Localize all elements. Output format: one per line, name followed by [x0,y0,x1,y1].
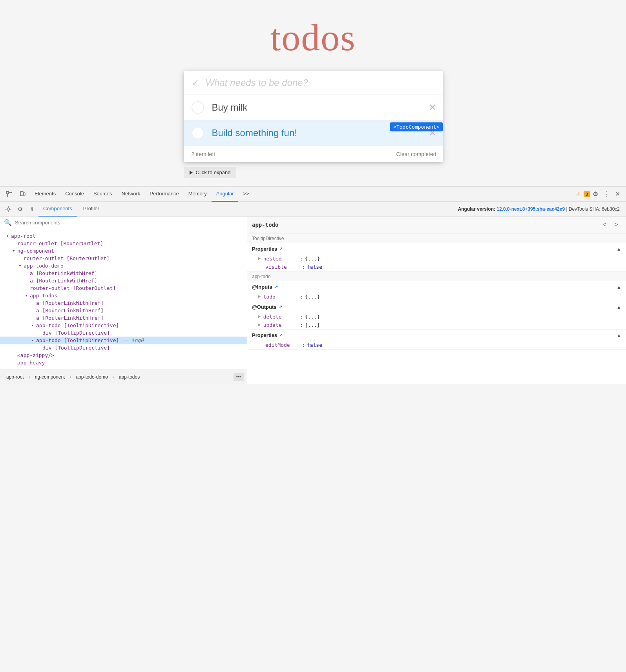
tab-network[interactable]: Network [117,187,145,202]
tab-angular[interactable]: Angular [212,187,239,202]
properties-collapse-icon[interactable]: ▲ [617,246,621,252]
app-todo-properties-header[interactable]: Properties ↗ ▲ [247,330,626,341]
delete-expand-arrow[interactable]: ▶ [258,314,261,319]
app-todo-properties-ext-link-icon[interactable]: ↗ [279,333,283,338]
devtools-tabs-bar: Elements Console Sources Network Perform… [0,187,626,202]
tree-item-div-tooltip-1[interactable]: div [TooltipDirective] [0,329,247,337]
tree-item-div-tooltip-2[interactable]: div [TooltipDirective] [0,344,247,351]
outputs-collapse-icon[interactable]: ▲ [617,304,621,310]
properties-ext-link-icon[interactable]: ↗ [279,246,283,251]
breadcrumb-app-todos[interactable]: app-todos [116,373,143,381]
nested-expand-arrow[interactable]: ▶ [258,256,261,261]
todo-checkbox-1[interactable] [192,101,204,114]
inputs-collapse-icon[interactable]: ▲ [617,284,621,290]
props-row-visible: visible : false [247,263,626,271]
tooltip-properties-title: Properties ↗ [252,246,283,252]
tree-item-a-link-todos-3[interactable]: a [RouterLinkWithHref] [0,314,247,322]
outputs-header[interactable]: @Outputs ↗ ▲ [247,301,626,313]
breadcrumb-app-root[interactable]: app-root [3,373,27,381]
breadcrumb-more-button[interactable]: ••• [234,373,244,381]
tree-item-router-outlet-1[interactable]: router-outlet [RouterOutlet] [0,240,247,247]
inspect-element-icon[interactable] [3,188,15,200]
app-todo-properties-title: Properties ↗ [252,332,283,338]
close-devtools-icon[interactable]: ✕ [612,189,623,200]
tree-toggle-todos[interactable] [24,293,29,299]
search-icon: 🔍 [4,219,12,226]
bottom-breadcrumb: app-root › ng-component › app-todo-demo … [0,370,247,384]
tree-item-app-todo-demo[interactable]: app-todo-demo [0,262,247,270]
todo-checkbox-2[interactable] [192,127,204,139]
tree-item-router-outlet-2[interactable]: router-outlet [RouterOutlet] [0,255,247,262]
todo-expand-arrow[interactable]: ▶ [258,294,261,299]
props-component-name: app-todo [252,222,278,228]
search-input[interactable] [15,220,243,226]
toggle-all-icon[interactable]: ✓ [192,77,199,88]
tree-toggle-todo-1[interactable] [30,323,35,328]
inputs-header[interactable]: @Inputs ↗ ▲ [247,281,626,293]
inspect-component-icon[interactable] [3,204,13,214]
expand-button-label: Click to expand [196,169,231,175]
more-options-icon[interactable]: ⋮ [601,189,612,200]
props-panel: app-todo < > TooltipDirective Properties… [247,217,626,384]
sub-tab-profiler[interactable]: Profiler [78,202,104,217]
tree-item-app-zippy[interactable]: <app-zippy/> [0,351,247,359]
todo-item-highlighted: Build something fun! ✕ <TodoComponent> [184,120,443,146]
settings-angular-icon[interactable]: ⚙ [15,204,25,214]
angular-version: 12.0.0-next.8+395.sha-eac42e9 [496,206,565,212]
breadcrumb-app-todo-demo[interactable]: app-todo-demo [73,373,111,381]
outputs-ext-link-icon[interactable]: ↗ [279,304,282,310]
app-todo-properties-section: Properties ↗ ▲ editMode : false [247,330,626,350]
tree-item-app-todo-2[interactable]: app-todo [TooltipDirective] == $ng0 [0,337,247,344]
angular-version-info: Angular version: 12.0.0-next.8+395.sha-e… [458,206,623,212]
tree-item-a-link-todos-2[interactable]: a [RouterLinkWithHref] [0,307,247,314]
tab-more[interactable]: >> [238,187,254,202]
inputs-section: @Inputs ↗ ▲ ▶ todo : {...} [247,281,626,301]
tab-elements[interactable]: Elements [30,187,60,202]
expand-button[interactable]: Click to expand [184,167,237,178]
tree-item-app-heavy[interactable]: app-heavy [0,359,247,366]
todo-input-placeholder[interactable]: What needs to be done? [206,77,308,88]
tab-sources[interactable]: Sources [89,187,117,202]
props-nav-next[interactable]: > [611,220,621,230]
breadcrumb-ng-component[interactable]: ng-component [32,373,68,381]
tree-toggle-todo-demo[interactable] [17,263,23,269]
todo-footer: 2 item left Clear completed [184,146,443,162]
tree-item-ng-component[interactable]: ng-component [0,247,247,255]
tooltip-properties-section: Properties ↗ ▲ ▶ nested : {...} visible [247,243,626,271]
tree-item-router-outlet-3[interactable]: router-outlet [RouterOutlet] [0,284,247,292]
selected-marker: == $ng0 [122,337,144,343]
tab-performance[interactable]: Performance [145,187,183,202]
tree-item-app-todo-1[interactable]: app-todo [TooltipDirective] [0,322,247,329]
info-icon[interactable]: ℹ [27,204,37,214]
expand-triangle-icon [190,171,193,175]
app-area: todos ✓ What needs to be done? Buy milk … [0,0,626,186]
tree-item-app-root[interactable]: app-root [0,232,247,240]
tree-toggle-ng-component[interactable] [11,248,16,254]
props-nav-prev[interactable]: < [599,220,610,230]
props-row-todo: ▶ todo : {...} [247,293,626,301]
tooltip-properties-header[interactable]: Properties ↗ ▲ [247,243,626,255]
angular-sub-tabs: ⚙ ℹ Components Profiler Angular version:… [0,202,626,217]
inputs-ext-link-icon[interactable]: ↗ [274,284,278,290]
tree-item-app-todos[interactable]: app-todos [0,292,247,299]
outputs-section: @Outputs ↗ ▲ ▶ delete : {...} ▶ update [247,301,626,330]
tree-item-a-link-1[interactable]: a [RouterLinkWithHref] [0,270,247,277]
tree-item-a-link-2[interactable]: a [RouterLinkWithHref] [0,277,247,284]
tab-console[interactable]: Console [60,187,89,202]
device-toggle-icon[interactable] [16,188,28,200]
update-expand-arrow[interactable]: ▶ [258,322,261,327]
tree-item-a-link-todos-1[interactable]: a [RouterLinkWithHref] [0,299,247,307]
sub-tab-components[interactable]: Components [38,202,77,217]
svg-rect-3 [20,191,23,196]
props-row-editMode: editMode : false [247,341,626,349]
app-todo-properties-collapse-icon[interactable]: ▲ [617,333,621,338]
devtools-panel: Elements Console Sources Network Perform… [0,186,626,384]
tree-toggle-todo-2[interactable] [30,338,35,343]
tree-toggle-app-root[interactable] [5,233,10,239]
settings-icon[interactable]: ⚙ [590,189,601,200]
props-row-delete: ▶ delete : {...} [247,313,626,321]
todo-clear-button[interactable]: Clear completed [396,151,436,157]
tab-memory[interactable]: Memory [184,187,212,202]
todo-delete-1[interactable]: ✕ [429,102,436,113]
todo-text-1: Buy milk [212,102,429,113]
